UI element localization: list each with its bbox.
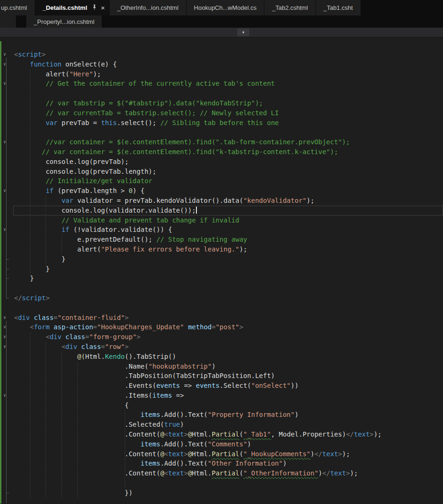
code-line[interactable]: var validator = prevTab.kendoValidator()… xyxy=(0,196,443,206)
code-line[interactable]: ∨ <form asp-action="HookupCharges_Update… xyxy=(0,322,443,332)
editor-tab[interactable]: _Tab2.cshtml xyxy=(264,0,315,15)
fold-margin[interactable]: ∨ xyxy=(0,79,13,89)
code-line[interactable]: e.preventDefault(); // Stop navigating a… xyxy=(0,235,443,245)
code-line[interactable]: ∨ if (prevTab.length > 0) { xyxy=(0,186,443,196)
code-line[interactable]: .Content(@<text>@Html.Partial("_OtherInf… xyxy=(0,468,443,478)
code-editor[interactable]: ∨<script>∨ function onSelect(e) { alert(… xyxy=(0,37,443,504)
pin-icon[interactable] xyxy=(91,4,98,12)
code-line[interactable]: } xyxy=(0,274,443,283)
code-line[interactable]: </script> xyxy=(0,293,443,303)
code-line[interactable]: .Name("hookuptabstrip") xyxy=(0,362,443,371)
code-line[interactable] xyxy=(0,89,443,98)
close-icon[interactable]: × xyxy=(101,5,105,11)
fold-chevron-icon[interactable]: ∨ xyxy=(3,138,6,146)
current-code-line[interactable]: console.log(validator.validate()); xyxy=(0,206,443,215)
fold-margin xyxy=(0,98,13,108)
code-line[interactable]: ∨<script> xyxy=(0,50,443,59)
code-line[interactable]: ∨ if (!validator.validate()) { xyxy=(0,225,443,235)
fold-chevron-icon[interactable]: ∨ xyxy=(3,333,6,341)
editor-tab[interactable]: _PropertyI...ion.cshtml xyxy=(26,15,102,28)
fold-margin[interactable]: ∨ xyxy=(0,137,13,147)
code-line[interactable]: .Selected(true) xyxy=(0,420,443,430)
code-line[interactable] xyxy=(0,303,443,313)
code-line-text: <div class="container-fluid"> xyxy=(13,313,443,323)
fold-margin[interactable]: ∨ xyxy=(0,186,13,196)
fold-chevron-icon[interactable]: ∨ xyxy=(3,313,6,322)
code-line[interactable] xyxy=(0,127,443,137)
nav-dropdown-button[interactable]: ▾ xyxy=(237,29,249,36)
code-line-text: // Get the container of the currently ac… xyxy=(13,79,443,89)
editor-tab[interactable] xyxy=(0,15,16,28)
code-line[interactable]: ∨<div class="container-fluid"> xyxy=(0,313,443,323)
code-line[interactable] xyxy=(0,478,443,488)
code-line[interactable]: // Initialize/get validator xyxy=(0,176,443,186)
code-line-text: items.Add().Text("Property Information") xyxy=(13,410,443,420)
fold-margin xyxy=(0,400,13,410)
code-line[interactable]: .TabPosition(TabStripTabPosition.Left) xyxy=(0,371,443,381)
code-line[interactable]: .Content(@<text>@Html.Partial("_Tab1", M… xyxy=(0,430,443,439)
code-line[interactable]: var prevTab = this.select(); // Sibling … xyxy=(0,118,443,128)
code-line-text xyxy=(13,283,443,293)
editor-tab[interactable]: HookupCh...wModel.cs xyxy=(187,0,264,15)
code-line[interactable]: console.log(prevTab.length); xyxy=(0,167,443,177)
code-line[interactable]: } xyxy=(0,264,443,274)
code-line[interactable]: items.Add().Text("Property Information") xyxy=(0,410,443,420)
code-line[interactable]: }) xyxy=(0,488,443,498)
code-line[interactable]: { xyxy=(0,400,443,410)
code-line[interactable]: ∨ <div class="form-group"> xyxy=(0,332,443,342)
fold-margin[interactable]: ∨ xyxy=(0,50,13,59)
code-line[interactable]: } xyxy=(0,254,443,264)
code-line-text: <script> xyxy=(13,50,443,59)
code-line-text: console.log(validator.validate()); xyxy=(13,206,443,215)
code-line[interactable]: ∨ // Get the container of the currently … xyxy=(0,79,443,89)
fold-chevron-icon[interactable]: ∨ xyxy=(3,60,6,68)
code-line-text: .Name("hookuptabstrip") xyxy=(13,362,443,371)
code-line[interactable]: // var container = $(e.contentElement).f… xyxy=(0,147,443,157)
code-line-text: .Items(items => xyxy=(13,391,443,400)
code-line-text xyxy=(13,303,443,313)
fold-margin[interactable]: ∨ xyxy=(0,332,13,342)
chevron-down-icon: ▾ xyxy=(242,30,245,35)
fold-chevron-icon[interactable]: ∨ xyxy=(3,186,6,195)
editor-tab[interactable]: _OtherInfo...ion.cshtml xyxy=(110,0,186,15)
fold-margin xyxy=(0,254,13,264)
code-line[interactable]: // Validate and prevent tab change if in… xyxy=(0,215,443,225)
code-line[interactable]: // var currentTab = tabstrip.select(); /… xyxy=(0,108,443,118)
fold-chevron-icon[interactable]: ∨ xyxy=(3,50,6,59)
fold-chevron-icon[interactable]: ∨ xyxy=(3,225,6,234)
code-line[interactable]: // var tabstrip = $("#tabstrip").data("k… xyxy=(0,98,443,108)
fold-chevron-icon[interactable]: ∨ xyxy=(3,79,6,88)
editor-tab[interactable]: _Tab1.csht xyxy=(316,0,360,15)
code-line-text: alert("Please fix errors before leaving.… xyxy=(13,245,443,254)
code-line[interactable]: items.Add().Text("Comments") xyxy=(0,439,443,449)
code-line[interactable]: ∨ function onSelect(e) { xyxy=(0,59,443,69)
code-line-text: function onSelect(e) { xyxy=(13,59,443,69)
fold-margin[interactable]: ∨ xyxy=(0,322,13,332)
code-line[interactable]: @(Html.Kendo().TabStrip() xyxy=(0,352,443,362)
editor-tab[interactable]: _Details.cshtml× xyxy=(35,0,109,15)
code-line[interactable] xyxy=(0,283,443,293)
code-line[interactable]: ∨ .Items(items => xyxy=(0,391,443,400)
fold-chevron-icon[interactable]: ∨ xyxy=(3,391,6,400)
fold-margin xyxy=(0,215,13,225)
editor-tab[interactable]: up.cshtml xyxy=(0,0,35,15)
code-line[interactable]: .Content(@<text>@Html.Partial("_HookupCo… xyxy=(0,449,443,459)
code-line[interactable]: console.log(prevTab); xyxy=(0,157,443,167)
code-line[interactable]: ∨ //var container = $(e.contentElement).… xyxy=(0,137,443,147)
code-line[interactable]: alert("Here"); xyxy=(0,69,443,79)
fold-margin[interactable]: ∨ xyxy=(0,225,13,235)
fold-chevron-icon[interactable]: ∨ xyxy=(3,342,6,351)
navigation-bar: ▾ xyxy=(0,28,443,37)
code-line[interactable]: items.Add().Text("Other Information") xyxy=(0,459,443,468)
fold-margin[interactable]: ∨ xyxy=(0,391,13,400)
fold-margin[interactable]: ∨ xyxy=(0,342,13,352)
fold-margin[interactable]: ∨ xyxy=(0,313,13,323)
fold-margin[interactable]: ∨ xyxy=(0,59,13,69)
fold-chevron-icon[interactable]: ∨ xyxy=(3,323,6,331)
code-line[interactable]: .Events(events => events.Select("onSelec… xyxy=(0,381,443,391)
code-line[interactable]: ∨ <div class="row"> xyxy=(0,342,443,352)
fold-margin xyxy=(0,459,13,468)
code-line-text: console.log(prevTab); xyxy=(13,157,443,167)
code-line[interactable]: alert("Please fix errors before leaving.… xyxy=(0,245,443,254)
fold-margin xyxy=(0,69,13,79)
